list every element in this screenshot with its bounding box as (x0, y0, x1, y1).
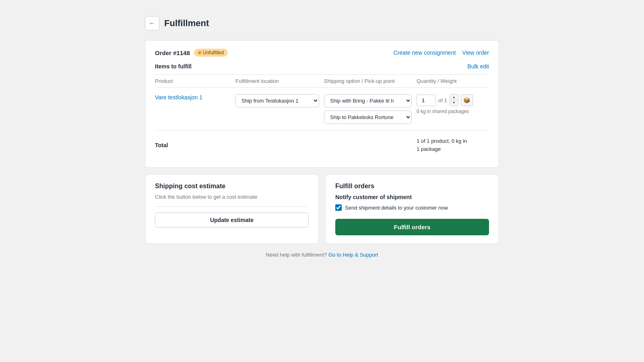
status-badge-label: Unfulfilled (203, 50, 224, 56)
fulfillment-location-select[interactable]: Ship from Testlokasjon 1 (235, 94, 319, 107)
order-card: Order #1148 Unfulfilled Create new consi… (145, 40, 499, 168)
footer-help: Need help with fulfillment? Go to Help &… (145, 252, 499, 258)
notify-section-title: Notify customer of shipment (335, 194, 489, 200)
product-cell: Vare testlokasjon 1 (155, 94, 235, 101)
order-info: Order #1148 Unfulfilled (155, 49, 228, 57)
total-label: Total (155, 142, 235, 148)
total-value: 1 of 1 product, 0 kg in 1 package (417, 137, 489, 153)
items-section-label: Items to fulfill (155, 63, 192, 70)
col-fulfillment-header: Fulfillment location (235, 78, 324, 84)
badge-dot-icon (198, 51, 201, 54)
shipping-option-cell: Ship with Bring - Pakke til h... Ship to… (324, 94, 417, 124)
status-badge: Unfulfilled (194, 49, 228, 57)
page-header: ← Fulfillment (145, 16, 499, 31)
total-value-line2: 1 package (417, 145, 489, 153)
quantity-cell: of 1 ▲ ▼ 📦 0 kg in shared packages (417, 94, 489, 114)
total-row: Total 1 of 1 product, 0 kg in 1 package (155, 130, 489, 159)
back-arrow-icon: ← (149, 20, 155, 27)
quantity-input[interactable] (417, 95, 436, 106)
total-value-line1: 1 of 1 product, 0 kg in (417, 137, 489, 145)
header-actions: Create new consignment View order (393, 49, 489, 56)
shipping-cost-title: Shipping cost estimate (155, 183, 309, 190)
qty-of-label: of 1 (438, 97, 447, 103)
col-shipping-header: Shipping option / Pick-up point (324, 78, 417, 84)
shipping-cost-description: Click the button below to get a cost est… (155, 194, 309, 200)
footer-help-text: Need help with fulfillment? (266, 252, 327, 258)
table-header: Product Fulfillment location Shipping op… (155, 74, 489, 87)
table-row: Vare testlokasjon 1 Ship from Testlokasj… (155, 87, 489, 130)
back-button[interactable]: ← (145, 16, 159, 31)
qty-spinners: ▲ ▼ (450, 94, 458, 106)
product-link[interactable]: Vare testlokasjon 1 (155, 94, 202, 101)
notify-checkbox-label: Send shipment details to your customer n… (345, 205, 448, 211)
col-product-header: Product (155, 78, 235, 84)
view-order-button[interactable]: View order (462, 49, 489, 56)
package-icon-button[interactable]: 📦 (461, 94, 473, 106)
create-consignment-button[interactable]: Create new consignment (393, 49, 456, 56)
fulfill-orders-title: Fulfill orders (335, 183, 489, 190)
quantity-row: of 1 ▲ ▼ 📦 (417, 94, 489, 106)
shipping-cost-divider (155, 206, 309, 207)
fulfillment-location-cell: Ship from Testlokasjon 1 (235, 94, 324, 107)
notify-checkbox[interactable] (335, 204, 342, 211)
qty-decrement-button[interactable]: ▼ (450, 100, 458, 106)
shipping-cost-card: Shipping cost estimate Click the button … (145, 174, 319, 244)
package-icon: 📦 (463, 97, 470, 103)
items-section-header: Items to fulfill Bulk edit (155, 63, 489, 70)
order-number: Order #1148 (155, 49, 190, 56)
help-support-link[interactable]: Go to Help & Support (328, 252, 378, 258)
update-estimate-button[interactable]: Update estimate (155, 212, 309, 228)
bulk-edit-button[interactable]: Bulk edit (467, 63, 489, 70)
page-title: Fulfillment (164, 18, 209, 29)
bottom-cards-row: Shipping cost estimate Click the button … (145, 174, 499, 244)
notify-checkbox-row: Send shipment details to your customer n… (335, 204, 489, 211)
shared-packages-text: 0 kg in shared packages (417, 109, 489, 114)
shipping-option-select[interactable]: Ship with Bring - Pakke til h... (324, 94, 412, 107)
qty-increment-button[interactable]: ▲ (450, 95, 458, 100)
fulfill-orders-card: Fulfill orders Notify customer of shipme… (325, 174, 499, 244)
fulfill-orders-button[interactable]: Fulfill orders (335, 219, 489, 235)
pickup-point-select[interactable]: Ship to Pakkeboks Rortunet... (324, 111, 412, 124)
order-card-header: Order #1148 Unfulfilled Create new consi… (155, 49, 489, 57)
col-quantity-header: Quantity / Weight (417, 78, 489, 84)
